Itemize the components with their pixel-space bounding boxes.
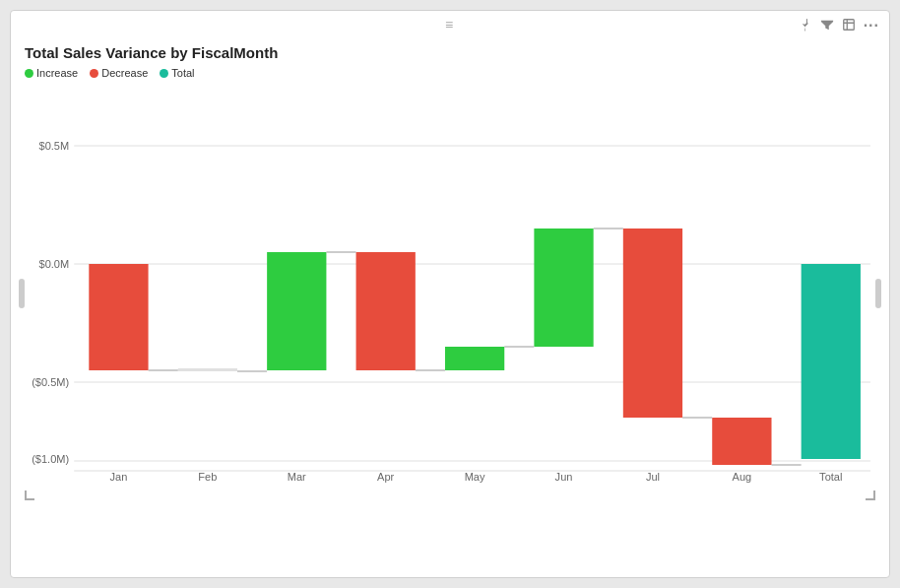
- x-label-jul: Jul: [646, 471, 660, 483]
- chart-title: Total Sales Variance by FiscalMonth: [25, 44, 875, 61]
- bar-apr: [356, 252, 416, 370]
- resize-handle-left[interactable]: [19, 279, 25, 308]
- chart-card: ≡ ··· Total Sales Variance by FiscalMont…: [10, 10, 890, 578]
- legend-dot-total: [160, 69, 168, 78]
- pin-icon[interactable]: [799, 18, 812, 34]
- resize-handle-right[interactable]: [875, 279, 881, 308]
- more-options-icon[interactable]: ···: [864, 17, 879, 34]
- chart-legend: Increase Decrease Total: [25, 67, 875, 79]
- x-label-jun: Jun: [555, 471, 573, 483]
- waterfall-chart-svg: $0.5M $0.0M ($0.5M) ($1.0M): [25, 87, 875, 500]
- x-label-feb: Feb: [198, 471, 217, 483]
- bar-jan: [89, 264, 148, 370]
- chart-area: $0.5M $0.0M ($0.5M) ($1.0M): [25, 87, 875, 500]
- bar-jul: [623, 229, 682, 418]
- bar-aug: [712, 418, 771, 465]
- expand-icon[interactable]: [842, 18, 856, 34]
- legend-label-decrease: Decrease: [101, 67, 148, 79]
- y-label-neg05m: ($0.5M): [32, 376, 69, 388]
- bar-total: [802, 264, 861, 459]
- resize-handle-bottom-left[interactable]: [25, 490, 34, 500]
- x-label-may: May: [465, 471, 485, 483]
- svg-rect-0: [843, 19, 854, 30]
- legend-item-decrease: Decrease: [90, 67, 148, 79]
- x-label-aug: Aug: [733, 471, 752, 483]
- bar-jun: [534, 229, 593, 347]
- y-label-neg1m: ($1.0M): [32, 453, 69, 465]
- drag-handle-icon: ≡: [445, 17, 455, 33]
- legend-dot-increase: [25, 69, 33, 78]
- x-label-mar: Mar: [288, 471, 306, 483]
- filter-icon[interactable]: [820, 18, 834, 34]
- x-label-total: Total: [819, 471, 842, 483]
- svg-rect-1: [74, 87, 866, 461]
- legend-label-total: Total: [171, 67, 194, 79]
- x-label-apr: Apr: [377, 471, 395, 483]
- bar-may: [445, 347, 504, 370]
- y-label-05m: $0.5M: [39, 140, 70, 152]
- legend-label-increase: Increase: [36, 67, 78, 79]
- bar-feb: [178, 368, 237, 371]
- legend-dot-decrease: [90, 69, 98, 78]
- y-label-0m: $0.0M: [39, 258, 70, 270]
- x-label-jan: Jan: [110, 471, 128, 483]
- legend-item-increase: Increase: [25, 67, 78, 79]
- bar-mar: [267, 252, 326, 370]
- resize-handle-bottom-right[interactable]: [866, 490, 875, 500]
- drag-handle-bar[interactable]: ≡: [11, 11, 889, 38]
- legend-item-total: Total: [160, 67, 194, 79]
- toolbar: ···: [799, 17, 879, 34]
